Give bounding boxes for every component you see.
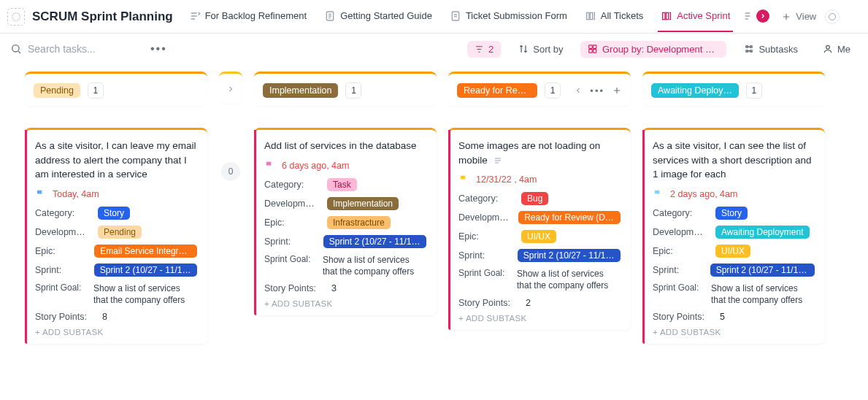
group-by-button[interactable]: Group by: Development St… xyxy=(580,41,726,58)
column-header[interactable]: Awaiting Deploy… 1 xyxy=(642,72,825,106)
status-chip: Implementation xyxy=(263,83,338,98)
sprint-goal: Show a list of services that the company… xyxy=(323,254,426,277)
epic-chip: UI/UX xyxy=(715,245,750,258)
due-row: Today, 4am xyxy=(35,189,197,199)
sprint-chip: Sprint 2 (10/27 - 11/17/2… xyxy=(710,264,815,277)
collapsed-count: 0 xyxy=(221,162,240,181)
sort-button[interactable]: Sort by xyxy=(511,41,570,58)
sort-label: Sort by xyxy=(533,44,563,55)
svg-point-13 xyxy=(826,45,830,49)
tab-backlog-refinement[interactable]: For Backlog Refinement xyxy=(182,6,314,28)
story-points: 2 xyxy=(526,298,531,308)
me-label: Me xyxy=(837,44,850,55)
story-points: 8 xyxy=(102,312,107,322)
add-subtask-button[interactable]: + ADD SUBTASK xyxy=(653,328,815,336)
expand-column-button[interactable] xyxy=(219,72,242,104)
add-subtask-button[interactable]: + ADD SUBTASK xyxy=(35,328,197,336)
search-box[interactable] xyxy=(10,43,137,55)
tab-active-sprint[interactable]: Active Sprint xyxy=(653,6,737,28)
column-count: 1 xyxy=(345,82,361,99)
tab-label: Getting Started Guide xyxy=(340,10,432,21)
chevron-right-icon xyxy=(226,85,235,93)
subtasks-label: Subtasks xyxy=(758,44,797,55)
status-chip: Pending xyxy=(34,83,80,98)
due-date: 6 days ago, 4am xyxy=(282,161,349,171)
stage-chip: Implementation xyxy=(327,197,399,210)
tab-getting-started[interactable]: Getting Started Guide xyxy=(317,6,439,28)
due-date: 12/31/22 , 4am xyxy=(476,174,537,185)
epic-chip: UI/UX xyxy=(521,230,556,243)
group-icon xyxy=(588,44,598,54)
category-chip: Bug xyxy=(521,192,548,205)
app-title: SCRUM Sprint Planning xyxy=(32,9,173,24)
stage-chip: Awaiting Deployment xyxy=(715,226,810,239)
chevron-left-icon[interactable] xyxy=(574,86,583,95)
overflow-icon[interactable] xyxy=(825,9,840,24)
due-row: 12/31/22 , 4am xyxy=(458,174,621,185)
me-button[interactable]: Me xyxy=(815,41,858,58)
stage-chip: Ready for Review (DEV) xyxy=(518,211,621,224)
column-header[interactable]: Ready for Revie… 1 ••• xyxy=(448,72,631,106)
filter-button[interactable]: 2 xyxy=(467,41,501,58)
tab-label: For Backlog Refinement xyxy=(205,10,307,21)
flag-icon xyxy=(35,189,45,199)
column-count: 1 xyxy=(746,82,762,99)
task-card[interactable]: Some images are not loading on mobile 12… xyxy=(448,128,631,330)
add-view-button[interactable]: View xyxy=(775,11,822,22)
toolbar: ••• 2 Sort by Group by: Development St… … xyxy=(0,34,868,64)
svg-rect-12 xyxy=(594,50,597,53)
sort-icon xyxy=(518,44,529,54)
card-title: As a site visitor, I can leave my email … xyxy=(35,139,197,182)
tab-label: All Tickets xyxy=(601,10,644,21)
add-subtask-button[interactable]: + ADD SUBTASK xyxy=(458,314,621,323)
story-points: 5 xyxy=(720,312,725,322)
stage-chip: Pending xyxy=(98,226,142,239)
card-title: Add list of services in the database xyxy=(264,139,426,153)
epic-chip: Email Service Integration xyxy=(94,245,197,258)
sprint-goal: Show a list of services that the company… xyxy=(517,268,621,291)
column-pending: Pending 1 As a site visitor, I can leave… xyxy=(25,72,207,344)
task-card[interactable]: As a site visitor, I can leave my email … xyxy=(25,128,207,344)
due-date: 2 days ago, 4am xyxy=(670,189,737,199)
task-card[interactable]: As a site visitor, I can see the list of… xyxy=(642,128,825,344)
status-chip: Awaiting Deploy… xyxy=(651,83,739,98)
svg-rect-3 xyxy=(586,12,588,19)
sprint-goal: Show a list of services that the company… xyxy=(711,282,815,306)
tab-label: Ticket Submission Form xyxy=(466,10,567,21)
flag-icon xyxy=(458,174,469,185)
svg-rect-10 xyxy=(594,45,597,49)
sprint-goal: Show a list of services that the company… xyxy=(93,282,197,306)
board: Pending 1 As a site visitor, I can leave… xyxy=(0,64,868,358)
search-icon xyxy=(10,43,22,55)
due-row: 6 days ago, 4am xyxy=(264,161,426,171)
column-count: 1 xyxy=(88,82,104,99)
sprint-chip: Sprint 2 (10/27 - 11/17/… xyxy=(518,249,621,262)
due-row: 2 days ago, 4am xyxy=(653,189,815,199)
tab-all-tickets[interactable]: All Tickets xyxy=(577,6,651,28)
task-card[interactable]: Add list of services in the database 6 d… xyxy=(254,128,437,315)
search-input[interactable] xyxy=(28,43,137,55)
category-chip: Story xyxy=(715,207,748,220)
svg-rect-5 xyxy=(663,12,665,19)
more-options-button[interactable]: ••• xyxy=(150,42,167,55)
subtasks-button[interactable]: Subtasks xyxy=(737,41,804,58)
svg-point-0 xyxy=(12,12,20,20)
column-header[interactable]: Implementation 1 xyxy=(254,72,437,106)
card-title: As a site visitor, I can see the list of… xyxy=(653,139,815,182)
card-title: Some images are not loading on mobile xyxy=(458,139,621,167)
due-date: Today, 4am xyxy=(53,189,99,199)
flag-icon xyxy=(653,189,663,199)
app-icon xyxy=(7,8,25,26)
category-chip: Story xyxy=(98,207,130,220)
add-task-icon[interactable] xyxy=(612,85,622,96)
tab-ticket-form[interactable]: Ticket Submission Form xyxy=(442,6,575,28)
svg-rect-4 xyxy=(590,12,592,19)
svg-point-8 xyxy=(12,45,19,52)
tab-next[interactable] xyxy=(740,5,772,28)
person-icon xyxy=(823,44,833,54)
add-subtask-button[interactable]: + ADD SUBTASK xyxy=(264,299,426,308)
column-header[interactable]: Pending 1 xyxy=(25,72,207,106)
column-more-icon[interactable]: ••• xyxy=(590,85,604,96)
svg-rect-6 xyxy=(667,12,669,19)
epic-chip: Infrastracture xyxy=(327,216,391,229)
